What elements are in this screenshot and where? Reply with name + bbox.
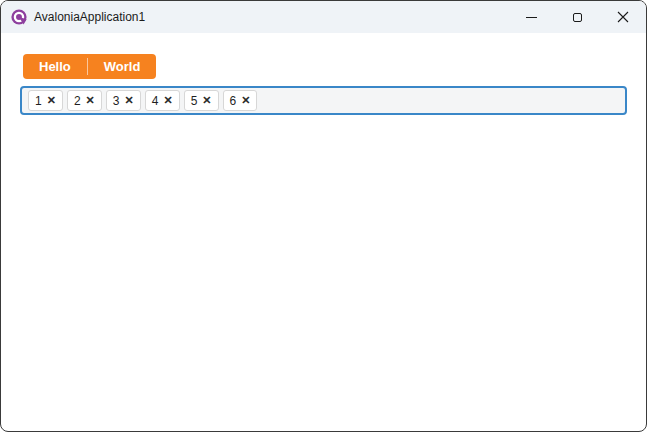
maximize-button[interactable] <box>554 1 600 33</box>
chip-remove-icon[interactable]: ✕ <box>125 95 134 106</box>
hello-button[interactable]: Hello <box>23 54 87 79</box>
chip-label: 4 <box>152 94 159 108</box>
tags-input[interactable]: 1 ✕ 2 ✕ 3 ✕ 4 ✕ 5 ✕ 6 ✕ <box>20 86 627 115</box>
hello-world-split-button: Hello World <box>23 54 156 79</box>
chip-remove-icon[interactable]: ✕ <box>86 95 95 106</box>
chip[interactable]: 2 ✕ <box>67 90 102 111</box>
avalonia-logo-icon <box>11 9 27 25</box>
chip[interactable]: 4 ✕ <box>145 90 180 111</box>
maximize-icon <box>573 13 582 22</box>
chip-label: 1 <box>35 94 42 108</box>
chip-remove-icon[interactable]: ✕ <box>47 95 56 106</box>
chip[interactable]: 5 ✕ <box>184 90 219 111</box>
chip-label: 5 <box>191 94 198 108</box>
chip-remove-icon[interactable]: ✕ <box>163 95 172 106</box>
title-bar[interactable]: AvaloniaApplication1 <box>1 1 646 33</box>
chip-remove-icon[interactable]: ✕ <box>202 95 211 106</box>
minimize-icon <box>526 17 537 18</box>
window-title: AvaloniaApplication1 <box>34 10 145 24</box>
minimize-button[interactable] <box>508 1 554 33</box>
close-icon <box>617 11 629 23</box>
chip[interactable]: 3 ✕ <box>106 90 141 111</box>
world-button[interactable]: World <box>88 54 157 79</box>
chip-label: 2 <box>74 94 81 108</box>
chip-label: 3 <box>113 94 120 108</box>
main-content: Hello World 1 ✕ 2 ✕ 3 ✕ 4 ✕ 5 ✕ <box>1 33 646 115</box>
caption-buttons <box>508 1 646 33</box>
chip-remove-icon[interactable]: ✕ <box>241 95 250 106</box>
chip[interactable]: 6 ✕ <box>223 90 258 111</box>
app-window: AvaloniaApplication1 Hello World 1 <box>0 0 647 432</box>
chip-label: 6 <box>230 94 237 108</box>
chip[interactable]: 1 ✕ <box>28 90 63 111</box>
close-button[interactable] <box>600 1 646 33</box>
